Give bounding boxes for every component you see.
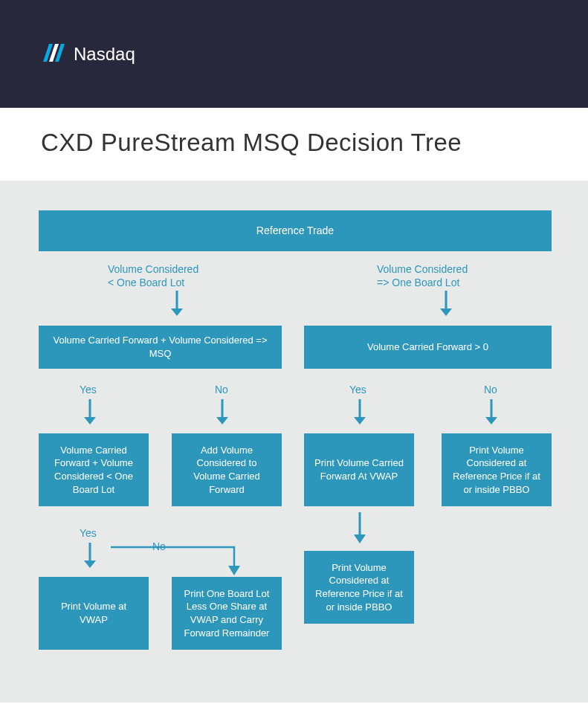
- branch-label-left: Volume Considered < One Board Lot: [108, 262, 242, 289]
- svg-marker-13: [84, 561, 96, 568]
- brand-name: Nasdaq: [74, 44, 135, 65]
- node-l-yes: Volume Carried Forward + Volume Consider…: [39, 433, 149, 506]
- arrow-down-icon: [352, 512, 367, 543]
- svg-marker-14: [228, 566, 240, 575]
- arrow-down-icon: [484, 399, 499, 424]
- label-no: No: [215, 383, 228, 396]
- node-right-condition: Volume Carried Forward > 0: [304, 326, 552, 369]
- node-r-yes: Print Volume Carried Forward At VWAP: [304, 433, 414, 506]
- arrow-down-icon: [169, 291, 184, 316]
- label-yes: Yes: [80, 526, 97, 540]
- svg-marker-5: [84, 417, 96, 424]
- page-header: Nasdaq: [0, 0, 588, 108]
- label-yes: Yes: [80, 383, 97, 396]
- page-title: CXD PureStream MSQ Decision Tree: [41, 129, 547, 157]
- svg-marker-7: [216, 417, 228, 424]
- label-no: No: [484, 383, 497, 396]
- node-reference-trade: Reference Trade: [39, 210, 552, 251]
- arrow-down-icon: [352, 399, 367, 424]
- label-yes: Yes: [349, 383, 366, 396]
- svg-marker-16: [354, 535, 366, 543]
- svg-marker-11: [485, 417, 497, 424]
- node-left-condition: Volume Carried Forward + Volume Consider…: [39, 326, 282, 369]
- arrow-down-icon: [83, 399, 97, 424]
- node-ll-no: Print One Board Lot Less One Share at VW…: [172, 577, 282, 650]
- brand-logo: Nasdaq: [41, 39, 135, 69]
- node-r-yes-2: Print Volume Considered at Reference Pri…: [304, 551, 414, 624]
- diagram-canvas: Reference Trade Volume Considered < One …: [0, 181, 588, 703]
- node-l-no: Add Volume Considered to Volume Carried …: [172, 433, 282, 506]
- arrow-down-icon: [83, 543, 97, 568]
- svg-marker-3: [440, 309, 452, 316]
- elbow-arrow-icon: [109, 546, 240, 578]
- title-area: CXD PureStream MSQ Decision Tree: [0, 108, 588, 181]
- svg-marker-1: [171, 309, 183, 316]
- arrow-down-icon: [215, 399, 230, 424]
- svg-marker-9: [354, 417, 366, 424]
- branch-label-right: Volume Considered => One Board Lot: [377, 262, 511, 289]
- nasdaq-logo-icon: [41, 39, 66, 69]
- arrow-down-icon: [439, 291, 453, 316]
- node-ll-yes: Print Volume at VWAP: [39, 577, 149, 650]
- node-r-no: Print Volume Considered at Reference Pri…: [442, 433, 552, 506]
